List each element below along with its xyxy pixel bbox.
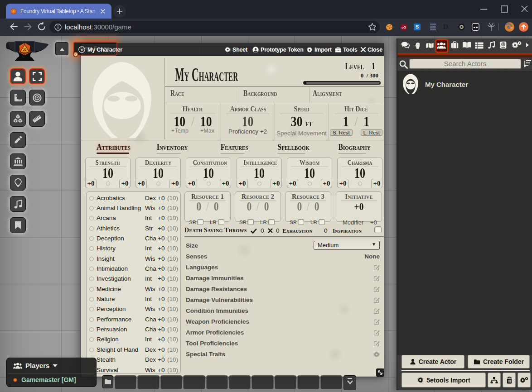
svg-text:c: c — [81, 48, 83, 52]
svg-text:20: 20 — [23, 48, 27, 51]
svg-text:uO: uO — [401, 26, 406, 29]
